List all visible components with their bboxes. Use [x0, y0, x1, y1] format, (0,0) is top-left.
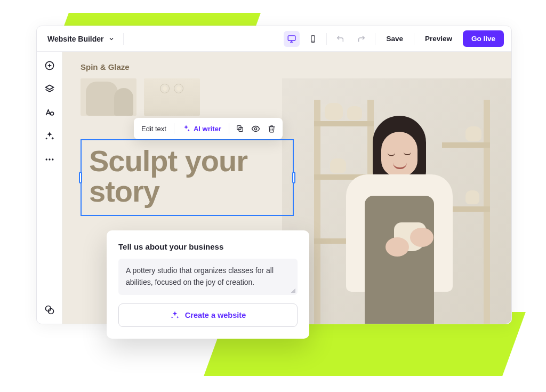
sidebar	[37, 52, 62, 324]
trash-icon	[268, 125, 276, 133]
resize-handle-left[interactable]	[79, 172, 82, 183]
svg-point-13	[52, 158, 53, 160]
sidebar-layers-button[interactable]	[43, 83, 56, 95]
svg-rect-0	[288, 36, 296, 41]
smiley-icon	[44, 305, 55, 315]
mobile-icon	[309, 35, 317, 43]
sidebar-ai-button[interactable]	[43, 130, 56, 142]
sparkles-icon	[170, 310, 180, 320]
svg-point-10	[50, 112, 53, 115]
redo-button[interactable]	[354, 31, 370, 47]
app-title-label: Website Builder	[47, 35, 104, 43]
typography-icon	[44, 107, 55, 118]
resize-handle-right[interactable]	[292, 172, 295, 183]
edit-text-button[interactable]: Edit text	[139, 123, 168, 135]
person-illustration	[330, 116, 469, 324]
desktop-view-button[interactable]	[284, 31, 300, 47]
svg-marker-8	[45, 85, 53, 90]
sidebar-feedback-button[interactable]	[43, 303, 56, 316]
sidebar-more-button[interactable]	[43, 153, 56, 166]
copy-icon	[236, 124, 244, 133]
undo-button[interactable]	[332, 31, 348, 47]
ai-writer-label: AI writer	[194, 125, 221, 133]
ai-writer-button[interactable]: AI writer	[180, 122, 223, 135]
delete-button[interactable]	[267, 123, 277, 134]
desktop-icon	[287, 34, 296, 44]
app-title-dropdown[interactable]: Website Builder	[44, 33, 118, 45]
topbar: Website Builder	[37, 26, 511, 52]
layers-icon	[44, 84, 55, 94]
ai-card-title: Tell us about your business	[118, 242, 298, 251]
create-website-label: Create a website	[185, 311, 246, 319]
more-horizontal-icon	[44, 154, 55, 165]
divider	[229, 123, 229, 134]
svg-point-12	[49, 158, 50, 160]
undo-icon	[336, 35, 344, 43]
divider	[123, 33, 124, 45]
divider	[326, 33, 327, 45]
chevron-down-icon	[108, 36, 115, 42]
divider	[375, 33, 375, 45]
sidebar-typography-button[interactable]	[43, 106, 56, 119]
gallery-thumbnail[interactable]	[144, 78, 200, 116]
preview-button[interactable]: Preview	[420, 31, 457, 46]
sparkles-icon	[182, 124, 190, 133]
business-description-input[interactable]: A pottery studio that organizes classes …	[118, 259, 298, 295]
redo-icon	[357, 35, 366, 43]
image-gallery	[81, 78, 200, 116]
duplicate-button[interactable]	[235, 123, 245, 134]
svg-point-18	[255, 127, 257, 130]
plus-circle-icon	[44, 60, 55, 71]
sparkles-icon	[44, 131, 55, 141]
visibility-button[interactable]	[251, 123, 261, 134]
divider	[174, 123, 174, 134]
divider	[414, 33, 414, 45]
ai-onboarding-card: Tell us about your business A pottery st…	[107, 230, 309, 339]
eye-icon	[251, 124, 260, 133]
hero-image[interactable]	[282, 78, 511, 324]
text-toolbar: Edit text AI writer	[134, 118, 283, 139]
gallery-thumbnail[interactable]	[81, 78, 136, 116]
headline-selection[interactable]: Sculpt your story	[81, 139, 294, 216]
save-button[interactable]: Save	[381, 31, 408, 46]
site-name-label[interactable]: Spin & Glaze	[81, 62, 130, 71]
svg-point-11	[45, 158, 47, 160]
headline-text[interactable]: Sculpt your story	[89, 146, 285, 206]
create-website-button[interactable]: Create a website	[118, 303, 298, 327]
mobile-view-button[interactable]	[305, 31, 321, 47]
go-live-button[interactable]: Go live	[463, 30, 504, 47]
sidebar-add-button[interactable]	[43, 59, 56, 72]
